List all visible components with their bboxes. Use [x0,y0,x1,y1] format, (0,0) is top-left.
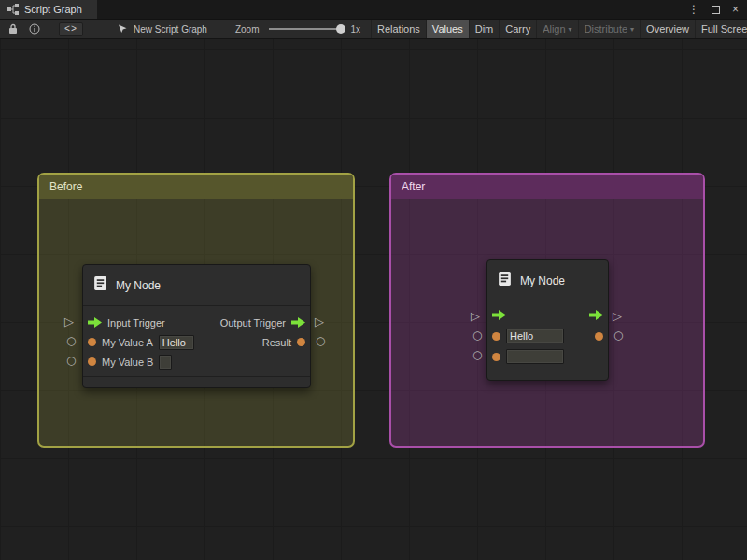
external-trigger-port[interactable]: ▷ [471,310,480,322]
dim-button[interactable]: Dim [469,20,500,38]
node-title: My Node [520,274,565,287]
value-port-icon[interactable] [297,338,305,346]
graph-title: New Script Graph [134,24,207,35]
node-title: My Node [116,279,161,292]
overview-button[interactable]: Overview [640,20,695,38]
graph-canvas[interactable]: Before After My Node [0,39,747,560]
align-button: Align ▾ [536,20,577,38]
window-controls: ⋮ × [688,0,747,19]
values-button[interactable]: Values [426,20,469,38]
input-trigger-label: Input Trigger [107,317,165,329]
value-a-row: My Value A Result [83,332,310,352]
external-value-port[interactable]: ○ [66,335,76,346]
input-trigger-port-icon[interactable] [492,307,506,324]
toolbar-left: <> New Script Graph Zoom 1x [0,20,360,38]
value-port-icon[interactable] [88,357,96,366]
graph-pointer-icon [117,23,128,35]
distribute-button: Distribute ▾ [578,20,640,38]
value-b-row: My Value B [83,352,310,371]
script-graph-icon [7,4,19,15]
value-a-input[interactable] [159,335,194,350]
external-trigger-port[interactable]: ▷ [613,310,622,322]
output-trigger-label: Output Trigger [220,317,286,329]
output-trigger-port-icon[interactable] [589,307,603,324]
value-a-label: My Value A [102,337,153,348]
node-icon [92,275,108,295]
info-icon[interactable] [29,23,40,35]
value-a-row [487,326,608,346]
group-after-header[interactable]: After [391,175,703,199]
chevron-down-icon: ▾ [630,25,634,34]
external-trigger-port[interactable]: ▷ [315,315,324,328]
graph-toolbar: <> New Script Graph Zoom 1x Relations Va… [0,19,747,39]
window-tab-bar: Script Graph ⋮ × [0,0,747,19]
node-my-node-after[interactable]: My Node [486,259,609,381]
trigger-row: Input Trigger Output Trigger [83,313,310,332]
relations-button[interactable]: Relations [371,20,426,38]
node-icon [497,271,513,290]
external-value-port[interactable]: ○ [472,349,482,360]
lock-icon[interactable] [8,23,18,35]
zoom-slider[interactable] [269,28,342,30]
node-header[interactable]: My Node [83,265,310,306]
node-footer [487,371,608,380]
carry-button[interactable]: Carry [499,20,536,38]
external-value-port[interactable]: ○ [66,355,76,366]
group-before-header[interactable]: Before [39,175,353,199]
group-after-title: After [402,180,425,193]
external-value-port[interactable]: ○ [316,335,325,346]
chevron-down-icon: ▾ [569,25,572,34]
tab-title: Script Graph [24,4,82,15]
toolbar-buttons: Relations Values Dim Carry Align ▾ Distr… [371,20,747,38]
value-b-row [487,346,608,367]
zoom-slider-handle[interactable] [336,24,345,34]
node-header[interactable]: My Node [487,260,608,301]
fullscreen-button[interactable]: Full Screen [695,20,747,38]
value-port-icon[interactable] [492,332,500,341]
trigger-row [487,305,608,326]
window-menu-icon[interactable]: ⋮ [688,3,699,16]
external-trigger-port[interactable]: ▷ [64,315,74,328]
distribute-label: Distribute [585,23,627,35]
group-before-title: Before [49,180,82,193]
value-port-icon[interactable] [88,338,96,346]
external-value-port[interactable]: ○ [613,329,623,341]
zoom-value: 1x [351,24,361,35]
node-footer [83,376,310,387]
output-trigger-port-icon[interactable] [291,315,305,331]
maximize-icon[interactable] [712,6,720,14]
tab-script-graph[interactable]: Script Graph [0,0,97,19]
close-icon[interactable]: × [732,3,739,16]
input-trigger-port-icon[interactable] [88,315,102,331]
node-my-node-before[interactable]: My Node Input Trigger Output Trigger [82,264,311,388]
align-label: Align [543,23,565,35]
node-ports [487,301,608,371]
value-b-label: My Value B [102,357,153,368]
external-value-port[interactable]: ○ [472,329,482,341]
value-a-input[interactable] [506,329,564,343]
code-preview-button[interactable]: <> [59,22,83,36]
zoom-label: Zoom [235,24,260,35]
value-b-input[interactable] [159,355,172,370]
value-b-input[interactable] [506,349,564,364]
node-ports: Input Trigger Output Trigger My Value A … [83,306,310,376]
value-port-icon[interactable] [595,332,603,341]
value-port-icon[interactable] [492,353,500,361]
result-label: Result [262,337,291,348]
